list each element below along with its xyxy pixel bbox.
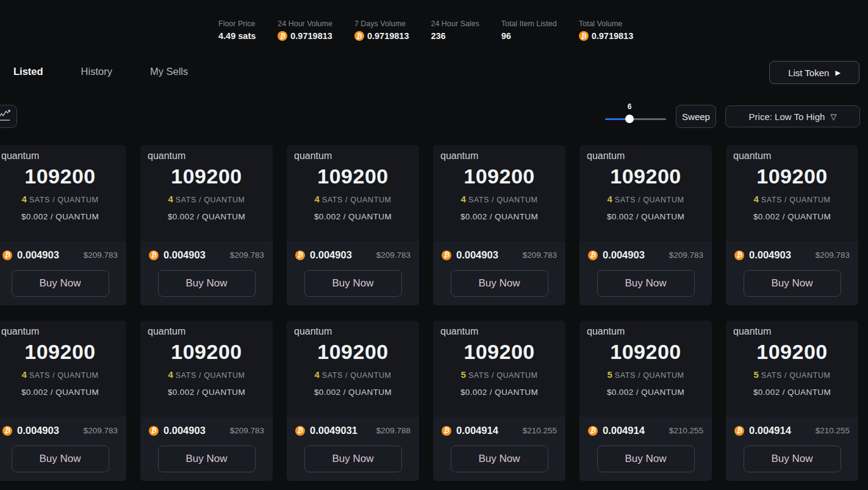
listing-card: quantum 109200 4SATS / QUANTUM $0.002 / … — [726, 145, 858, 305]
sats-rate-unit: SATS / QUANTUM — [29, 371, 99, 380]
sats-rate-value: 5 — [461, 369, 465, 380]
card-footer: ₿ 0.004903 $209.783 Buy Now — [140, 241, 273, 305]
marketplace-screen: Floor Price 4.49 sats 24 Hour Volume ₿0.… — [0, 0, 868, 490]
listing-card: quantum 109200 4SATS / QUANTUM $0.002 / … — [287, 145, 419, 305]
sort-dropdown[interactable]: Price: Low To High ▽ — [725, 105, 860, 127]
buy-now-button[interactable]: Buy Now — [744, 446, 841, 472]
card-footer: ₿ 0.004903 $209.783 Buy Now — [0, 241, 126, 305]
listing-card: quantum 109200 4SATS / QUANTUM $0.002 / … — [0, 145, 126, 305]
sats-rate-unit: SATS / QUANTUM — [615, 196, 684, 204]
stat-floor-price: Floor Price 4.49 sats — [218, 20, 256, 41]
card-footer: ₿ 0.004903 $209.783 Buy Now — [140, 417, 273, 481]
btc-icon: ₿ — [278, 31, 287, 41]
btc-icon: ₿ — [734, 426, 744, 436]
buy-now-button[interactable]: Buy Now — [12, 446, 109, 472]
tab-history[interactable]: History — [81, 66, 112, 77]
usd-rate: $0.002 / QUANTUM — [440, 212, 558, 221]
listing-card: quantum 109200 4SATS / QUANTUM $0.002 / … — [579, 145, 712, 305]
triangle-down-icon: ▽ — [830, 112, 836, 121]
stat-7d-volume: 7 Days Volume ₿0.9719813 — [354, 20, 409, 41]
btc-price: 0.004903 — [163, 249, 206, 261]
card-main: quantum 109200 5SATS / QUANTUM $0.002 / … — [726, 321, 858, 417]
token-amount: 109200 — [733, 165, 851, 188]
sats-rate-value: 4 — [461, 194, 465, 204]
buy-now-button[interactable]: Buy Now — [158, 270, 256, 297]
stat-24h-volume: 24 Hour Volume ₿0.9719813 — [278, 20, 332, 41]
buy-now-button[interactable]: Buy Now — [744, 270, 841, 297]
price-row: ₿ 0.004914 $210.255 — [588, 425, 703, 436]
listing-card: quantum 109200 4SATS / QUANTUM $0.002 / … — [140, 321, 273, 481]
usd-price: $209.783 — [230, 426, 264, 435]
sats-rate: 4SATS / QUANTUM — [733, 194, 851, 205]
buy-now-button[interactable]: Buy Now — [597, 270, 695, 297]
stat-24h-sales: 24 Hour Sales 236 — [431, 20, 479, 41]
usd-price: $210.255 — [669, 426, 703, 435]
card-main: quantum 109200 4SATS / QUANTUM $0.002 / … — [287, 145, 419, 241]
price-row: ₿ 0.004903 $209.783 — [295, 249, 411, 261]
card-footer: ₿ 0.004914 $210.255 Buy Now — [579, 417, 712, 481]
sats-rate-value: 5 — [607, 369, 612, 380]
usd-rate: $0.002 / QUANTUM — [733, 388, 851, 397]
usd-rate: $0.002 / QUANTUM — [733, 212, 851, 221]
buy-now-button[interactable]: Buy Now — [451, 270, 548, 297]
sats-rate: 4SATS / QUANTUM — [1, 194, 119, 205]
btc-price: 0.004903 — [17, 249, 59, 261]
btc-icon: ₿ — [579, 31, 589, 41]
token-amount: 109200 — [440, 165, 558, 188]
sats-rate: 4SATS / QUANTUM — [294, 194, 412, 205]
token-amount: 109200 — [1, 340, 119, 364]
card-main: quantum 109200 5SATS / QUANTUM $0.002 / … — [433, 321, 565, 417]
tab-listed[interactable]: Listed — [13, 66, 43, 77]
btc-icon: ₿ — [442, 250, 451, 260]
card-main: quantum 109200 4SATS / QUANTUM $0.002 / … — [287, 321, 419, 417]
usd-price: $209.783 — [669, 250, 703, 260]
token-ticker: quantum — [294, 151, 412, 162]
stat-label: 24 Hour Sales — [431, 20, 479, 28]
sort-dropdown-label: Price: Low To High — [749, 112, 825, 122]
token-ticker: quantum — [294, 326, 412, 337]
card-grid: quantum 109200 4SATS / QUANTUM $0.002 / … — [0, 145, 858, 481]
card-footer: ₿ 0.004914 $210.255 Buy Now — [726, 417, 858, 481]
token-amount: 109200 — [1, 165, 119, 188]
token-ticker: quantum — [440, 151, 558, 162]
list-token-label: List Token — [788, 68, 829, 78]
btc-price: 0.004903 — [17, 425, 59, 436]
sats-rate: 4SATS / QUANTUM — [294, 369, 412, 380]
btc-price: 0.004903 — [456, 249, 498, 261]
buy-now-button[interactable]: Buy Now — [597, 446, 695, 472]
sats-rate-value: 4 — [314, 194, 319, 204]
token-amount: 109200 — [587, 340, 705, 364]
tab-my-sells[interactable]: My Sells — [150, 66, 188, 77]
btc-icon: ₿ — [295, 426, 305, 436]
listing-card: quantum 109200 4SATS / QUANTUM $0.002 / … — [287, 321, 419, 481]
price-row: ₿ 0.004903 $209.783 — [734, 249, 850, 261]
listing-card: quantum 109200 4SATS / QUANTUM $0.002 / … — [140, 145, 273, 305]
sweep-slider-thumb[interactable] — [625, 115, 634, 123]
btc-price: 0.0049031 — [310, 425, 357, 436]
buy-now-button[interactable]: Buy Now — [158, 446, 256, 472]
price-row: ₿ 0.004903 $209.783 — [2, 249, 118, 261]
buy-now-button[interactable]: Buy Now — [304, 270, 402, 297]
chart-view-button[interactable] — [0, 105, 17, 128]
sats-rate: 4SATS / QUANTUM — [1, 369, 119, 380]
buy-now-button[interactable]: Buy Now — [451, 446, 548, 472]
sweep-button[interactable]: Sweep — [676, 105, 716, 128]
btc-icon: ₿ — [588, 250, 598, 260]
price-row: ₿ 0.004903 $209.783 — [588, 249, 703, 261]
btc-price: 0.004903 — [603, 249, 645, 261]
card-footer: ₿ 0.0049031 $209.788 Buy Now — [287, 417, 419, 481]
token-ticker: quantum — [1, 326, 119, 337]
buy-now-button[interactable]: Buy Now — [304, 446, 402, 472]
token-ticker: quantum — [587, 326, 705, 337]
buy-now-button[interactable]: Buy Now — [12, 270, 109, 297]
usd-price: $209.788 — [376, 426, 411, 435]
list-token-button[interactable]: List Token ▶ — [769, 61, 859, 84]
usd-price: $210.255 — [523, 426, 557, 435]
stat-total-volume: Total Volume ₿0.9719813 — [579, 20, 634, 41]
token-amount: 109200 — [587, 165, 705, 188]
sweep-slider-track[interactable] — [605, 118, 666, 120]
btc-price: 0.004914 — [603, 425, 645, 436]
btc-icon: ₿ — [588, 426, 598, 436]
card-main: quantum 109200 4SATS / QUANTUM $0.002 / … — [140, 145, 273, 241]
usd-rate: $0.002 / QUANTUM — [148, 212, 265, 221]
